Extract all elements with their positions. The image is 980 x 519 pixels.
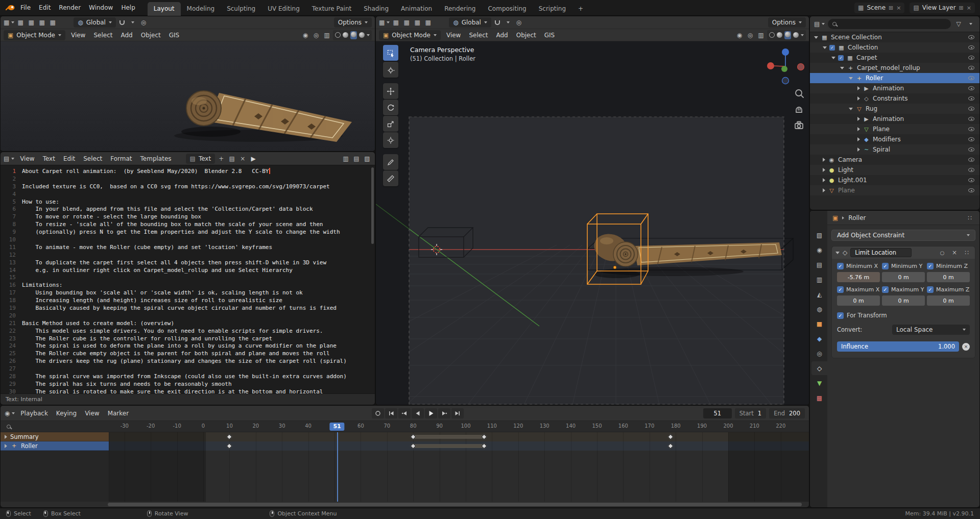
expand-open-icon[interactable]	[840, 67, 844, 69]
channel-summary[interactable]: Summary	[1, 432, 109, 441]
next-keyframe-button[interactable]	[438, 408, 450, 418]
minimum-y-checkbox[interactable]: ✓	[882, 263, 889, 269]
viewport-main-menu-view[interactable]: View	[442, 30, 465, 40]
viewport-main-canvas[interactable]	[376, 16, 809, 405]
tool-rotate-button[interactable]	[383, 100, 398, 115]
xray-toggle-icon[interactable]: ▥	[756, 31, 766, 40]
properties-tab-output[interactable]: ▤	[811, 258, 827, 271]
outliner-search-input[interactable]	[828, 19, 951, 29]
mode-grid-icon-1[interactable]: ▦	[16, 18, 25, 27]
viewport-secondary-menu-view[interactable]: View	[67, 30, 89, 40]
editor-type-icon[interactable]: ◉	[5, 409, 15, 418]
constraint-drag-handle-icon[interactable]: ∷	[962, 248, 971, 257]
shading-material-icon[interactable]	[784, 31, 791, 39]
topbar-menu-window[interactable]: Window	[85, 3, 117, 13]
outliner-row-modifiers[interactable]: ◆Modifiers	[810, 134, 979, 144]
expand-closed-icon[interactable]	[823, 168, 825, 172]
visibility-eye-icon[interactable]	[968, 96, 974, 101]
shading-rendered-icon[interactable]	[359, 32, 365, 38]
open-text-icon[interactable]: ▤	[227, 154, 236, 163]
timeline-menu-playback[interactable]: Playback	[16, 408, 52, 418]
constraint-name-field[interactable]: Limit Location	[850, 248, 912, 257]
editor-type-icon[interactable]: ▤	[4, 154, 14, 163]
influence-slider[interactable]: Influence 1.000	[837, 341, 959, 352]
outliner-row-light[interactable]: ●Light	[810, 165, 979, 175]
unlink-text-icon[interactable]: ×	[238, 154, 247, 163]
expand-closed-icon[interactable]	[857, 127, 860, 131]
jump-to-start-button[interactable]	[385, 408, 397, 418]
view-layer-selector[interactable]: ▤ View Layer ⊞ ×	[910, 3, 975, 13]
properties-tab-physics[interactable]: ◎	[811, 347, 827, 360]
remove-view-layer-icon[interactable]: ×	[967, 5, 971, 11]
expand-closed-icon[interactable]	[823, 178, 825, 182]
timeline-lanes[interactable]: Summary+Roller	[1, 432, 809, 502]
frame-end-field[interactable]: End 200	[769, 408, 805, 418]
new-scene-icon[interactable]: ⊞	[889, 5, 893, 11]
workspace-tab-animation[interactable]: Animation	[395, 2, 438, 16]
editor-type-icon[interactable]: ▦	[4, 18, 14, 27]
collection-checkbox[interactable]: ✓	[838, 55, 844, 61]
outliner-row-scene-collection[interactable]: ▦Scene Collection	[810, 32, 979, 42]
outliner-row-carpet-model-rollup[interactable]: +Carpet_model_rollup	[810, 63, 979, 73]
visibility-eye-icon[interactable]	[968, 168, 974, 172]
snap-options-caret[interactable]	[504, 18, 513, 27]
minimum-z-checkbox[interactable]: ✓	[927, 263, 934, 269]
transform-orientation-dropdown[interactable]: ◍ Global	[74, 17, 116, 28]
channel-expand-icon[interactable]	[5, 435, 7, 439]
expand-closed-icon[interactable]	[857, 137, 860, 141]
timeline-menu-marker[interactable]: Marker	[104, 408, 133, 418]
visibility-eye-icon[interactable]	[968, 56, 974, 60]
text-editor-menu-templates[interactable]: Templates	[136, 154, 176, 164]
text-editor-menu-format[interactable]: Format	[106, 154, 136, 164]
tool-cursor-button[interactable]	[383, 62, 398, 78]
gizmo-toggle-icon[interactable]: ◉	[735, 31, 744, 40]
properties-tab-view-layer[interactable]: ▥	[811, 273, 827, 286]
constraint-maximum-x-value[interactable]: 0 m	[837, 295, 880, 306]
constraint-panel-header[interactable]: ◇ Limit Location ○ × ∷	[832, 246, 975, 259]
editor-type-icon[interactable]: ▤	[814, 19, 825, 29]
text-editor-content[interactable]: 1About Carpet roll animation: (by Seeble…	[1, 165, 371, 393]
unlink-scene-icon[interactable]: ×	[896, 5, 901, 11]
constraint-maximum-y-value[interactable]: 0 m	[882, 295, 925, 306]
word-wrap-toggle-icon[interactable]: ▤	[352, 154, 361, 163]
expand-closed-icon[interactable]	[857, 147, 860, 152]
expand-open-icon[interactable]	[831, 57, 835, 59]
shading-rendered-icon[interactable]	[793, 32, 799, 38]
text-editor-scrollbar[interactable]	[371, 167, 374, 244]
viewport-main-menu-select[interactable]: Select	[465, 30, 492, 40]
transform-orientation-dropdown[interactable]: ◍ Global	[449, 17, 491, 28]
workspace-tab-uv-editing[interactable]: UV Editing	[261, 2, 306, 16]
xray-toggle-icon[interactable]: ▥	[322, 31, 331, 40]
workspace-tab-texture-paint[interactable]: Texture Paint	[306, 2, 357, 16]
constraint-minimum-x-value[interactable]: -5.76 m	[837, 272, 880, 282]
collection-checkbox[interactable]: ✓	[829, 45, 835, 51]
viewport-secondary-menu-select[interactable]: Select	[89, 30, 116, 40]
mode-grid-icon-4[interactable]: ▦	[48, 18, 57, 27]
visibility-eye-icon[interactable]	[968, 66, 974, 70]
shading-wireframe-icon[interactable]	[769, 32, 775, 38]
constraint-close-icon[interactable]: ×	[950, 248, 959, 257]
blender-logo-icon[interactable]	[5, 3, 15, 12]
text-editor-menu-view[interactable]: View	[16, 154, 38, 164]
shading-solid-icon[interactable]	[777, 32, 782, 38]
frame-start-field[interactable]: Start 1	[735, 408, 766, 418]
visibility-eye-icon[interactable]	[968, 127, 974, 131]
viewport-secondary-menu-object[interactable]: Object	[137, 30, 165, 40]
expand-closed-icon[interactable]	[823, 188, 825, 192]
mode-grid-icon-3[interactable]: ▦	[413, 18, 422, 27]
mode-dropdown[interactable]: ▣ Object Mode	[4, 30, 65, 40]
gizmo-y-axis[interactable]	[781, 66, 787, 72]
tool-scale-button[interactable]	[383, 116, 398, 132]
properties-tab-modifiers[interactable]: ◆	[811, 332, 827, 345]
proportional-edit-icon[interactable]: ◎	[139, 18, 148, 27]
visibility-eye-icon[interactable]	[968, 188, 974, 192]
keyframe-hold-bar[interactable]	[413, 444, 484, 448]
outliner-row-animation[interactable]: ▶Animation	[810, 83, 979, 93]
properties-tab-object-data[interactable]: ▼	[811, 376, 827, 390]
outliner-row-carpet[interactable]: ✓▦Carpet	[810, 53, 979, 63]
outliner-row-constraints[interactable]: ◇Constraints	[810, 93, 979, 104]
tool-transform-button[interactable]	[383, 132, 398, 148]
dopesheet-search-icon[interactable]	[7, 425, 11, 429]
expand-closed-icon[interactable]	[857, 86, 860, 90]
overlays-toggle-icon[interactable]: ◎	[312, 31, 321, 40]
